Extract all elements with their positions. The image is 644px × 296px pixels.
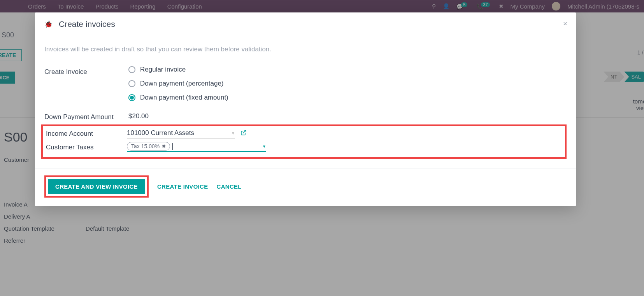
radio-icon (128, 80, 135, 87)
radio-icon-selected (128, 94, 135, 101)
bug-icon[interactable]: 🐞 (44, 20, 53, 28)
svg-line-0 (243, 130, 246, 133)
external-link-icon[interactable] (240, 130, 247, 137)
income-account-dropdown[interactable]: 101000 Current Assets ▼ (127, 128, 235, 139)
label-down-payment-amount: Down Payment Amount (44, 111, 128, 121)
radio-regular-invoice[interactable]: Regular invoice (128, 66, 567, 74)
helper-text: Invoices will be created in draft so tha… (44, 46, 567, 53)
highlight-annotation: Income Account 101000 Current Assets ▼ C… (41, 124, 567, 159)
radio-down-payment-percentage[interactable]: Down payment (percentage) (128, 80, 567, 88)
label-customer-taxes: Customer Taxes (46, 141, 127, 151)
remove-tag-icon[interactable]: ✖ (162, 144, 166, 149)
chevron-down-icon[interactable]: ▼ (262, 144, 266, 149)
highlight-annotation: CREATE AND VIEW INVOICE (44, 175, 149, 198)
radio-down-payment-fixed[interactable]: Down payment (fixed amount) (128, 94, 567, 102)
chevron-down-icon: ▼ (231, 131, 235, 135)
cancel-button[interactable]: CANCEL (217, 183, 242, 190)
modal-title: Create invoices (59, 19, 115, 29)
close-icon[interactable]: × (563, 19, 567, 28)
tax-tag: Tax 15.00% ✖ (127, 142, 170, 151)
radio-icon (128, 66, 135, 73)
label-income-account: Income Account (46, 128, 127, 138)
label-create-invoice: Create Invoice (44, 66, 128, 76)
text-cursor (172, 143, 173, 150)
create-invoice-button[interactable]: CREATE INVOICE (157, 183, 208, 190)
customer-taxes-input[interactable]: Tax 15.00% ✖ ▼ (127, 141, 266, 152)
create-invoices-modal: 🐞 Create invoices × Invoices will be cre… (35, 12, 576, 206)
down-payment-amount-input[interactable] (128, 111, 187, 122)
create-and-view-invoice-button[interactable]: CREATE AND VIEW INVOICE (48, 179, 145, 194)
